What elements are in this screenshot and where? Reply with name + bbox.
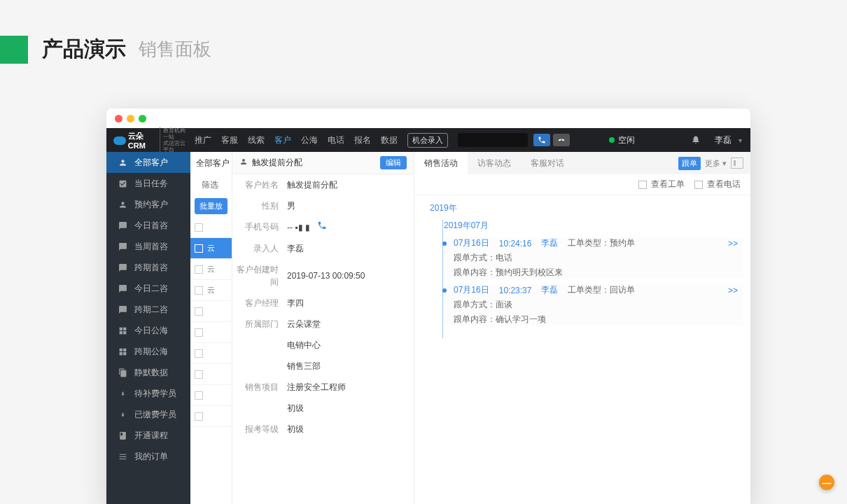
maximize-icon[interactable] bbox=[139, 115, 146, 122]
minimize-icon[interactable] bbox=[127, 115, 134, 122]
checkbox[interactable] bbox=[195, 265, 203, 274]
timeline-entry[interactable]: 07月16日 10:23:37 李磊 工单类型：回访单 >> 跟单方式：面谈 跟… bbox=[444, 284, 743, 326]
field-label: 客户经理 bbox=[232, 297, 287, 309]
table-row[interactable] bbox=[190, 364, 232, 385]
table-row[interactable] bbox=[190, 301, 232, 322]
table-row[interactable] bbox=[190, 385, 232, 406]
table-row[interactable]: 云 bbox=[190, 259, 232, 280]
sidebar-item-pending-fee[interactable]: 待补费学员 bbox=[106, 383, 190, 404]
expand-arrow-icon[interactable]: >> bbox=[728, 239, 743, 248]
entry-date: 07月16日 bbox=[454, 237, 489, 249]
activity-tabs: 销售活动 访客动态 客服对话 跟单 更多 ▾ bbox=[414, 152, 750, 174]
sidebar-item-cross-second[interactable]: 跨期二咨 bbox=[106, 299, 190, 320]
field-value: 注册安全工程师 bbox=[287, 381, 346, 393]
table-row[interactable]: 云 bbox=[190, 238, 232, 259]
nav-pool[interactable]: 公海 bbox=[301, 134, 318, 146]
list-title: 全部客户 bbox=[190, 152, 232, 174]
sidebar-item-label: 待补费学员 bbox=[134, 388, 176, 400]
nav-service[interactable]: 客服 bbox=[221, 134, 238, 146]
sidebar-item-my-orders[interactable]: 我的订单 bbox=[106, 446, 190, 467]
sidebar-item-cross-first[interactable]: 跨期首咨 bbox=[106, 257, 190, 278]
nav-promo[interactable]: 推广 bbox=[195, 134, 211, 146]
brand-logo[interactable]: 云朵CRM 教育机构一站 式运营云平台 bbox=[106, 127, 190, 153]
field-label: 销售项目 bbox=[232, 381, 287, 393]
search-input[interactable] bbox=[458, 133, 528, 147]
hangup-button[interactable] bbox=[553, 134, 570, 146]
floating-action-button[interactable]: — bbox=[819, 475, 834, 490]
accent-block bbox=[0, 36, 28, 64]
sidebar-item-open-course[interactable]: 开通课程 bbox=[106, 425, 190, 446]
checkbox[interactable] bbox=[195, 307, 203, 316]
nav-signup[interactable]: 报名 bbox=[354, 134, 371, 146]
filter-label[interactable]: 筛选 bbox=[190, 174, 232, 195]
view-tickets-toggle[interactable]: 查看工单 bbox=[638, 178, 685, 190]
notifications-button[interactable] bbox=[691, 134, 701, 146]
dial-button[interactable] bbox=[533, 134, 550, 146]
sidebar-item-today-task[interactable]: 当日任务 bbox=[106, 173, 190, 194]
tab-visitor[interactable]: 访客动态 bbox=[468, 152, 521, 174]
checkbox-icon bbox=[638, 181, 647, 189]
checkbox[interactable] bbox=[195, 244, 203, 253]
nav-customers[interactable]: 客户 bbox=[274, 134, 291, 146]
table-row[interactable] bbox=[190, 322, 232, 343]
chat-icon bbox=[118, 262, 127, 272]
expand-arrow-icon[interactable]: >> bbox=[728, 286, 743, 295]
sidebar-item-today-pool[interactable]: 今日公海 bbox=[106, 320, 190, 341]
table-row[interactable] bbox=[190, 406, 232, 427]
batch-release-button[interactable]: 批量放 bbox=[195, 198, 227, 214]
checkbox[interactable] bbox=[195, 412, 203, 421]
sidebar-item-cross-pool[interactable]: 跨期公海 bbox=[106, 341, 190, 362]
sidebar-item-paid[interactable]: 已缴费学员 bbox=[106, 404, 190, 425]
field-value: 云朵课堂 bbox=[287, 318, 321, 330]
field-value: 初级 bbox=[287, 423, 304, 435]
opportunity-button[interactable]: 机会录入 bbox=[407, 133, 448, 148]
check-icon bbox=[118, 178, 127, 188]
nav-data[interactable]: 数据 bbox=[381, 134, 398, 146]
layout-toggle-icon[interactable] bbox=[731, 158, 743, 169]
sidebar-item-week-first[interactable]: 当周首咨 bbox=[106, 236, 190, 257]
close-icon[interactable] bbox=[115, 115, 122, 122]
checkbox[interactable] bbox=[195, 328, 203, 337]
checkbox[interactable] bbox=[195, 349, 203, 358]
table-row[interactable] bbox=[190, 343, 232, 364]
checkbox[interactable] bbox=[195, 286, 203, 295]
sidebar-item-today-first[interactable]: 今日首咨 bbox=[106, 215, 190, 236]
field-value: 销售三部 bbox=[287, 360, 321, 372]
sidebar-item-silent[interactable]: 静默数据 bbox=[106, 362, 190, 383]
user-menu[interactable]: 李磊 bbox=[715, 134, 732, 146]
view-calls-toggle[interactable]: 查看电话 bbox=[694, 178, 741, 190]
sidebar-item-all-customers[interactable]: 全部客户 bbox=[106, 152, 190, 173]
list-icon bbox=[118, 451, 127, 461]
table-row[interactable]: 云 bbox=[190, 280, 232, 301]
status-text[interactable]: 空闲 bbox=[618, 134, 635, 146]
page-subtitle: 销售面板 bbox=[139, 37, 211, 62]
entry-date: 07月16日 bbox=[454, 284, 489, 296]
sidebar-item-appointment[interactable]: 预约客户 bbox=[106, 194, 190, 215]
checkbox[interactable] bbox=[195, 370, 203, 379]
status-indicator-icon bbox=[609, 137, 615, 143]
phone-icon bbox=[538, 136, 546, 144]
followup-tag[interactable]: 跟单 bbox=[678, 157, 701, 170]
call-icon[interactable] bbox=[317, 220, 327, 234]
nav-leads[interactable]: 线索 bbox=[248, 134, 265, 146]
chevron-down-icon[interactable]: ▾ bbox=[738, 136, 742, 144]
hangup-icon bbox=[557, 136, 566, 144]
brand-tagline: 教育机构一站 式运营云平台 bbox=[160, 127, 190, 153]
checkbox[interactable] bbox=[195, 223, 203, 232]
field-label: 所属部门 bbox=[232, 318, 287, 330]
sidebar-item-label: 静默数据 bbox=[134, 367, 168, 379]
sidebar-item-today-second[interactable]: 今日二咨 bbox=[106, 278, 190, 299]
checkbox[interactable] bbox=[195, 391, 203, 400]
activity-toolbar: 查看工单 查看电话 bbox=[414, 174, 750, 195]
sidebar-item-label: 今日首咨 bbox=[134, 220, 168, 232]
nav-phone[interactable]: 电话 bbox=[328, 134, 344, 146]
grid-icon bbox=[118, 326, 127, 335]
field-value: 李磊 bbox=[287, 242, 304, 255]
timeline-entry[interactable]: 07月16日 10:24:16 李磊 工单类型：预约单 >> 跟单方式：电话 跟… bbox=[444, 237, 743, 279]
edit-button[interactable]: 编辑 bbox=[380, 156, 407, 169]
more-dropdown[interactable]: 更多 ▾ bbox=[705, 158, 727, 169]
sidebar-item-label: 我的订单 bbox=[134, 451, 168, 463]
tab-service-chat[interactable]: 客服对话 bbox=[521, 152, 574, 174]
entry-time: 10:23:37 bbox=[499, 286, 532, 295]
tab-sales-activity[interactable]: 销售活动 bbox=[414, 152, 468, 174]
